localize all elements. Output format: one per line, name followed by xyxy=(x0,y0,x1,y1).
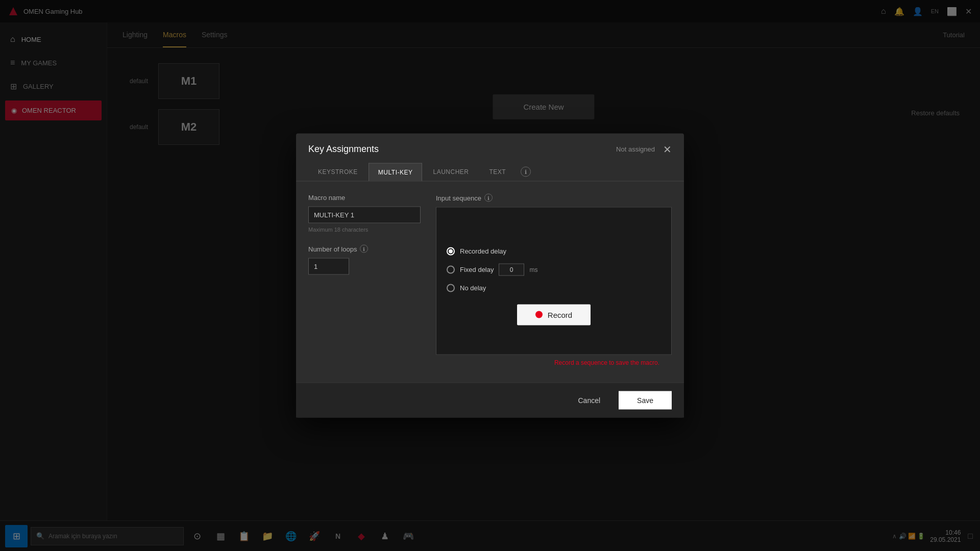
key-assignments-dialog: Key Assignments Not assigned ✕ KEYSTROKE… xyxy=(296,134,684,418)
radio-no-delay[interactable]: No delay xyxy=(447,284,661,292)
sequence-label: Input sequence ℹ xyxy=(436,194,672,202)
dialog-body: Macro name Maximum 18 characters Number … xyxy=(296,182,684,383)
ms-unit-label: ms xyxy=(529,266,537,273)
fixed-delay-label: Fixed delay xyxy=(460,266,494,273)
dialog-tabs: KEYSTROKE MULTI-KEY LAUNCHER TEXT ℹ xyxy=(296,163,684,182)
record-button[interactable]: Record xyxy=(517,304,591,325)
loops-input[interactable] xyxy=(308,258,349,275)
no-delay-label: No delay xyxy=(460,284,486,292)
dialog-sequence: Input sequence ℹ Recorded delay Fixed de… xyxy=(436,194,672,370)
radio-recorded-delay[interactable]: Recorded delay xyxy=(447,247,661,255)
dialog-form: Macro name Maximum 18 characters Number … xyxy=(308,194,421,370)
loops-label: Number of loops ℹ xyxy=(308,245,421,253)
loops-info-icon[interactable]: ℹ xyxy=(360,245,368,253)
tab-multi-key[interactable]: MULTI-KEY xyxy=(369,163,423,181)
tabs-info-icon[interactable]: ℹ xyxy=(521,167,531,177)
dialog-header: Key Assignments Not assigned ✕ xyxy=(296,134,684,163)
fixed-delay-input[interactable] xyxy=(499,263,524,276)
sequence-error-text: Record a sequence to save the macro. xyxy=(436,355,672,370)
not-assigned-label: Not assigned xyxy=(616,145,655,153)
record-dot-icon xyxy=(535,311,543,318)
save-button[interactable]: Save xyxy=(619,391,672,410)
radio-recorded-indicator xyxy=(447,247,455,255)
loops-group: Number of loops ℹ xyxy=(308,245,421,275)
sequence-info-icon[interactable]: ℹ xyxy=(484,194,493,202)
dialog-footer: Cancel Save xyxy=(296,383,684,418)
macro-name-input[interactable] xyxy=(308,207,421,223)
radio-fixed-delay[interactable]: Fixed delay ms xyxy=(447,263,661,276)
radio-fixed-indicator xyxy=(447,265,455,273)
recorded-delay-label: Recorded delay xyxy=(460,247,506,255)
tab-launcher[interactable]: LAUNCHER xyxy=(423,163,478,181)
sequence-area: Recorded delay Fixed delay ms No delay xyxy=(436,207,672,355)
macro-name-label: Macro name xyxy=(308,194,421,202)
dialog-close-button[interactable]: ✕ xyxy=(663,144,672,154)
dialog-title: Key Assignments xyxy=(308,144,379,155)
macro-name-hint: Maximum 18 characters xyxy=(308,227,421,233)
radio-no-delay-indicator xyxy=(447,284,455,292)
record-label: Record xyxy=(548,310,572,319)
tab-keystroke[interactable]: KEYSTROKE xyxy=(308,163,368,181)
tab-text[interactable]: TEXT xyxy=(480,163,516,181)
cancel-button[interactable]: Cancel xyxy=(566,391,612,410)
delay-options: Recorded delay Fixed delay ms No delay xyxy=(436,237,671,292)
